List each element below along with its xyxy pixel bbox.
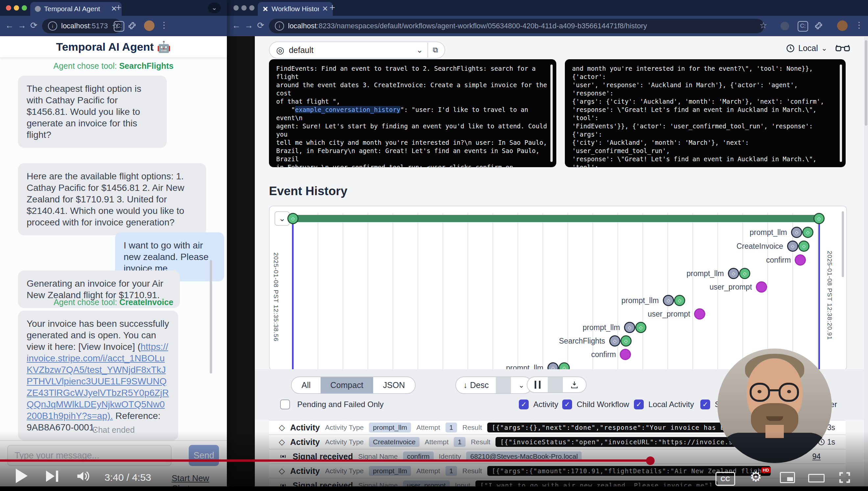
reload-icon[interactable]: ⟳	[257, 21, 265, 30]
view-json-button[interactable]: JSON	[373, 377, 415, 393]
next-button[interactable]	[46, 470, 58, 482]
download-button[interactable]	[563, 377, 586, 392]
type-filter-local-activity[interactable]: ✓Local Activity	[634, 400, 694, 409]
timeline-row[interactable]: prompt_llm◇◇	[583, 322, 646, 333]
site-info-icon[interactable]: i	[275, 21, 284, 31]
workflow-input-panel[interactable]: FindEvents: Find an event to travel to 2…	[269, 59, 556, 167]
kebab-menu-icon[interactable]: ⋮	[855, 21, 863, 29]
chat-scrollbar[interactable]	[210, 260, 212, 374]
tab-title: Workflow History | agent-wor	[272, 5, 319, 13]
extension-dot-icon[interactable]	[780, 22, 789, 30]
timeline-row[interactable]: user_prompt	[710, 281, 767, 293]
timezone-selector[interactable]: Local ⌄	[786, 44, 827, 53]
timeline-scrollbar[interactable]	[842, 211, 844, 277]
type-filter-child-workflow[interactable]: ✓Child Workflow	[562, 400, 629, 409]
profile-avatar[interactable]	[837, 21, 848, 31]
sort-desc-button[interactable]: ↓Desc	[456, 377, 496, 393]
captions-button[interactable]: CC	[715, 472, 735, 486]
fullscreen-button[interactable]	[838, 470, 851, 484]
forward-icon[interactable]: →	[18, 21, 26, 30]
panel-scrollbar[interactable]	[840, 64, 842, 162]
profile-avatar[interactable]	[144, 21, 155, 31]
panel-scrollbar[interactable]	[550, 64, 553, 162]
tool-call-banner: Agent chose tool: CreateInvoice	[0, 297, 227, 307]
left-address-bar[interactable]: i localhost:5173 ☆	[42, 19, 122, 33]
temporal-favicon-icon	[261, 5, 269, 13]
close-window-button[interactable]	[234, 5, 239, 10]
new-tab-button[interactable]: +	[330, 3, 335, 12]
extensions-puzzle-icon[interactable]	[128, 21, 137, 30]
tab-search-chevron-icon[interactable]: ⌄	[208, 3, 221, 13]
clock-icon	[786, 44, 795, 53]
timeline-start-line	[292, 215, 293, 370]
presenter-mouth	[766, 416, 783, 421]
pause-button[interactable]	[527, 377, 548, 392]
timeline-row[interactable]: prompt_llm◇◇	[750, 227, 813, 238]
settings-gear-icon[interactable]: ⚙	[750, 469, 762, 485]
right-address-bar[interactable]: i localhost:8233/namespaces/default/work…	[269, 19, 764, 33]
tab-workflow-history[interactable]: Workflow History | agent-wor ✕	[258, 2, 333, 16]
back-icon[interactable]: ←	[232, 21, 241, 30]
timeline-row[interactable]: user_prompt	[648, 308, 705, 320]
back-icon[interactable]: ←	[5, 21, 14, 30]
workflow-start-node[interactable]: ◇	[287, 213, 299, 224]
view-compact-button[interactable]: Compact	[320, 377, 373, 393]
timeline-row[interactable]: confirm	[766, 254, 806, 266]
tab-temporal-ai-agent[interactable]: Temporal AI Agent ✕	[30, 2, 122, 16]
workflow-span-bar[interactable]	[292, 215, 819, 222]
workflow-end-node[interactable]: ◇	[813, 213, 825, 224]
reload-icon[interactable]: ⟳	[30, 21, 37, 30]
extension-c-icon[interactable]: C:	[114, 21, 124, 32]
timeline-row[interactable]: prompt_llm◇◇	[686, 268, 750, 279]
url-host: localhost	[61, 22, 90, 30]
pending-failed-filter[interactable]: Pending and Failed Only	[280, 400, 384, 409]
type-filter-activity[interactable]: ✓Activity	[519, 400, 558, 409]
namespace-selector[interactable]: ◎ default ⌄ ⧉	[269, 41, 445, 59]
activity-checkbox[interactable]: ✓	[519, 400, 529, 409]
chevron-down-icon: ⌄	[416, 46, 423, 55]
signal-checkbox[interactable]: ✓	[700, 400, 710, 409]
namespace-icon: ◎	[276, 45, 284, 56]
tab-close-icon[interactable]: ✕	[322, 5, 328, 13]
view-all-button[interactable]: All	[291, 377, 320, 393]
pending-failed-checkbox[interactable]	[280, 400, 290, 409]
data-encoder-glasses-icon[interactable]	[835, 43, 850, 54]
extensions-puzzle-icon[interactable]	[815, 21, 824, 30]
presenter-glasses-bridge	[769, 389, 779, 391]
kebab-menu-icon[interactable]: ⋮	[160, 21, 168, 29]
namespace-value: default	[289, 46, 313, 55]
timeline-row[interactable]: SearchFlights◇◇	[559, 335, 631, 347]
play-button[interactable]	[16, 469, 28, 483]
open-external-icon[interactable]: ⧉	[433, 46, 438, 54]
local-activity-checkbox[interactable]: ✓	[634, 400, 644, 409]
timeline-card: ⌄ ◇ ◇ 2025-01-08 PST 12:35:38.56 2025-01…	[269, 206, 847, 371]
zoom-window-button[interactable]	[22, 5, 27, 10]
timeline-row[interactable]: confirm	[591, 349, 631, 360]
agent-message: Here are the available flight options: 1…	[18, 163, 206, 235]
new-tab-button[interactable]: +	[116, 3, 122, 12]
extension-c-icon[interactable]: C:	[798, 21, 808, 32]
timeline-row[interactable]: prompt_llm◇◇	[621, 295, 685, 306]
theater-mode-button[interactable]	[808, 474, 825, 483]
url-port: :5173	[90, 22, 108, 30]
url-host: localhost	[288, 22, 317, 30]
minimize-window-button[interactable]	[241, 5, 247, 10]
timeline-row[interactable]: CreateInvoice◇◇	[737, 240, 809, 252]
pill-divider	[427, 42, 428, 58]
workflow-result-panel[interactable]: and month you're interested in for the e…	[565, 59, 846, 167]
volume-icon[interactable]	[76, 470, 91, 483]
close-window-button[interactable]	[6, 5, 11, 10]
minimize-window-button[interactable]	[14, 5, 19, 10]
chevron-down-icon: ⌄	[821, 44, 827, 53]
video-frame: Temporal AI Agent ✕ + ⌄ ← → ⟳ i localhos…	[0, 0, 868, 491]
site-info-icon[interactable]: i	[48, 21, 57, 31]
bookmark-star-icon[interactable]: ☆	[760, 21, 767, 30]
agent-message-invoice: Your invoice has been successfully gener…	[18, 311, 178, 440]
child-workflow-checkbox[interactable]: ✓	[562, 400, 572, 409]
page-scrollbar[interactable]	[864, 37, 868, 487]
zoom-window-button[interactable]	[249, 5, 254, 10]
hd-quality-badge: HD	[762, 467, 770, 473]
forward-icon[interactable]: →	[245, 21, 253, 30]
miniplayer-button[interactable]	[780, 472, 795, 483]
invoice-link[interactable]: https://invoice.stripe.com/i/acct_1NBOLu…	[27, 342, 169, 421]
